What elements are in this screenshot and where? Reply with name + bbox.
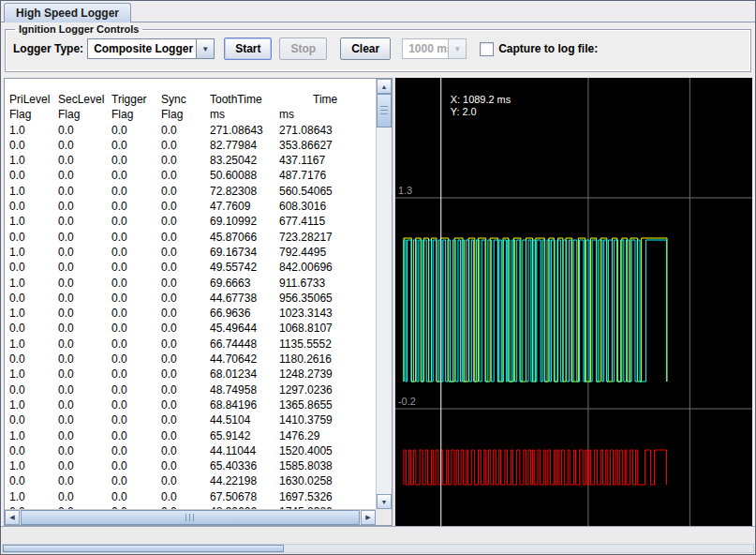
table-cell: 49.55742 bbox=[210, 260, 279, 275]
chevron-down-icon[interactable]: ▼ bbox=[196, 39, 214, 58]
table-cell: 0.0 bbox=[9, 230, 58, 245]
controls-row: Logger Type: Composite Logger ▼ Start St… bbox=[13, 36, 750, 62]
axis-label: 1.3 bbox=[398, 185, 412, 196]
table-cell: 0.0 bbox=[161, 168, 210, 183]
table-row[interactable]: 0.00.00.00.044.51041410.3759 bbox=[9, 412, 376, 428]
table-row[interactable]: 1.00.00.00.0271.08643271.08643 bbox=[9, 123, 376, 138]
bottom-strip bbox=[1, 526, 755, 554]
table-cell: 0.0 bbox=[9, 291, 58, 306]
horizontal-scrollbar[interactable]: ◀ ▶ bbox=[5, 509, 376, 525]
column-header: ms bbox=[279, 107, 376, 122]
capture-checkbox[interactable] bbox=[480, 42, 494, 56]
table-cell: 65.40336 bbox=[210, 458, 279, 473]
table-row[interactable]: 1.00.00.00.068.841961365.8655 bbox=[9, 398, 376, 412]
table-row[interactable]: 0.00.00.00.044.67738956.35065 bbox=[9, 291, 376, 306]
start-button[interactable]: Start bbox=[224, 38, 272, 60]
table-row[interactable]: 1.00.00.00.066.744481135.5552 bbox=[9, 337, 376, 352]
chevron-down-icon: ▼ bbox=[448, 39, 466, 58]
scroll-left-button[interactable]: ◀ bbox=[5, 510, 20, 525]
table-cell: 0.0 bbox=[161, 337, 210, 352]
column-header: Flag bbox=[111, 107, 161, 122]
column-header: Flag bbox=[58, 107, 111, 122]
stop-button[interactable]: Stop bbox=[279, 38, 327, 60]
table-cell: 83.25042 bbox=[210, 153, 279, 168]
tab-bar: High Speed Logger bbox=[1, 1, 755, 22]
table-row[interactable]: 0.00.00.00.050.60088487.7176 bbox=[9, 168, 376, 183]
clear-button[interactable]: Clear bbox=[340, 38, 391, 60]
table-cell: 0.0 bbox=[161, 398, 210, 412]
table-row[interactable]: 1.00.00.00.067.506781697.5326 bbox=[9, 489, 376, 504]
table-row[interactable]: 0.00.00.00.045.87066723.28217 bbox=[9, 230, 376, 245]
table-row[interactable]: 0.00.00.00.048.749581297.0236 bbox=[9, 382, 376, 398]
scroll-down-button[interactable]: ▼ bbox=[377, 494, 392, 509]
crosshair-x-readout: X: 1089.2 ms bbox=[451, 94, 511, 105]
table-cell: 0.0 bbox=[111, 138, 161, 153]
table-cell: 45.49644 bbox=[210, 321, 279, 336]
table-row[interactable]: 1.00.00.00.068.012341248.2739 bbox=[9, 367, 376, 382]
table-cell: 0.0 bbox=[58, 321, 111, 336]
table-row[interactable]: 1.00.00.00.069.6663911.6733 bbox=[9, 276, 376, 291]
table-row[interactable]: 0.00.00.00.082.77984353.86627 bbox=[9, 138, 376, 153]
table-cell: 0.0 bbox=[161, 352, 210, 367]
table-cell: 44.11044 bbox=[210, 443, 279, 458]
table-row[interactable]: 0.00.00.00.044.706421180.2616 bbox=[9, 352, 376, 367]
table-cell: 0.0 bbox=[111, 245, 161, 260]
table-cell: 0.0 bbox=[161, 230, 210, 245]
column-header: ms bbox=[210, 107, 279, 122]
horizontal-scrollbar-thumb[interactable] bbox=[21, 510, 360, 525]
scroll-up-button[interactable]: ▲ bbox=[377, 79, 392, 94]
table-cell: 842.00696 bbox=[279, 260, 376, 275]
scroll-right-button[interactable]: ▶ bbox=[361, 510, 376, 525]
table-cell: 1520.4005 bbox=[279, 443, 376, 458]
horizontal-scrollbar-track[interactable] bbox=[20, 510, 361, 525]
log-list[interactable]: PriLevel SecLevel Trigger Sync ToothTime… bbox=[5, 79, 376, 509]
table-cell: 0.0 bbox=[161, 291, 210, 306]
table-row[interactable]: 0.00.00.00.045.496441068.8107 bbox=[9, 321, 376, 336]
table-row[interactable]: 1.00.00.00.069.10992677.4115 bbox=[9, 214, 376, 229]
table-cell: 0.0 bbox=[161, 153, 210, 168]
table-row[interactable]: 1.00.00.00.083.25042437.1167 bbox=[9, 153, 376, 168]
table-cell: 82.77984 bbox=[210, 138, 279, 153]
table-cell: 0.0 bbox=[58, 473, 111, 488]
table-cell: 437.1167 bbox=[279, 153, 376, 168]
table-cell: 0.0 bbox=[58, 168, 111, 183]
table-row[interactable]: 1.00.00.00.065.91421476.29 bbox=[9, 428, 376, 443]
table-row[interactable]: 1.00.00.00.069.16734792.4495 bbox=[9, 245, 376, 260]
table-cell: 44.67738 bbox=[210, 291, 279, 306]
table-cell: 1630.0258 bbox=[279, 473, 376, 488]
table-cell: 271.08643 bbox=[279, 123, 376, 138]
table-cell: 0.0 bbox=[111, 398, 161, 412]
table-cell: 0.0 bbox=[161, 306, 210, 321]
table-cell: 68.01234 bbox=[210, 367, 279, 382]
tab-high-speed-logger[interactable]: High Speed Logger bbox=[4, 3, 131, 22]
scope-plot[interactable]: 1.3-0.2X: 1089.2 msY: 2.0 bbox=[395, 78, 752, 526]
table-cell: 608.3016 bbox=[279, 199, 376, 214]
table-cell: 0.0 bbox=[111, 443, 161, 458]
table-cell: 0.0 bbox=[9, 382, 58, 398]
outer-scrollbar-thumb[interactable] bbox=[3, 545, 284, 552]
table-row[interactable]: 1.00.00.00.072.82308560.54065 bbox=[9, 184, 376, 199]
table-cell: 44.22198 bbox=[210, 473, 279, 488]
logger-type-combobox[interactable]: Composite Logger ▼ bbox=[87, 38, 215, 59]
table-cell: 68.84196 bbox=[210, 398, 279, 412]
vertical-scrollbar[interactable]: ▲ ▼ bbox=[376, 79, 392, 509]
outer-horizontal-scrollbar[interactable] bbox=[2, 544, 754, 553]
table-cell: 1135.5552 bbox=[279, 337, 376, 352]
table-cell: 69.10992 bbox=[210, 214, 279, 229]
table-cell: 560.54065 bbox=[279, 184, 376, 199]
table-cell: 0.0 bbox=[9, 168, 58, 183]
table-row[interactable]: 0.00.00.00.044.221981630.0258 bbox=[9, 473, 376, 488]
table-cell: 0.0 bbox=[58, 443, 111, 458]
interval-combobox[interactable]: 1000 ms ▼ bbox=[402, 38, 467, 59]
table-row[interactable]: 0.00.00.00.044.110441520.4005 bbox=[9, 443, 376, 458]
table-cell: 0.0 bbox=[161, 214, 210, 229]
table-row[interactable]: 0.00.00.00.049.55742842.00696 bbox=[9, 260, 376, 275]
table-row[interactable]: 0.00.00.00.047.7609608.3016 bbox=[9, 199, 376, 214]
vertical-scrollbar-thumb[interactable] bbox=[377, 94, 392, 128]
table-cell: 0.0 bbox=[161, 199, 210, 214]
table-cell: 44.5104 bbox=[210, 412, 279, 428]
table-cell: 0.0 bbox=[111, 291, 161, 306]
table-row[interactable]: 1.00.00.00.066.96361023.3143 bbox=[9, 306, 376, 321]
table-cell: 72.82308 bbox=[210, 184, 279, 199]
table-row[interactable]: 1.00.00.00.065.403361585.8038 bbox=[9, 458, 376, 473]
